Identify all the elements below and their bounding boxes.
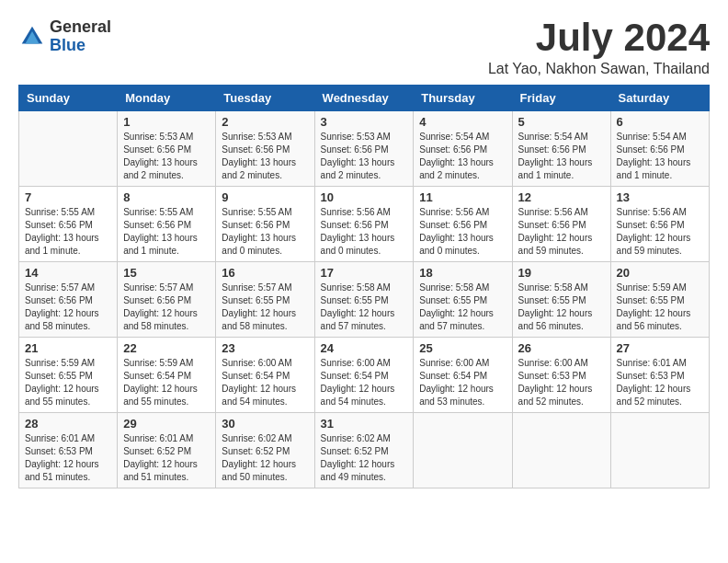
day-info: Sunrise: 5:53 AM Sunset: 6:56 PM Dayligh… — [321, 131, 408, 182]
day-info: Sunrise: 5:56 AM Sunset: 6:56 PM Dayligh… — [419, 206, 506, 258]
calendar-cell: 14Sunrise: 5:57 AM Sunset: 6:56 PM Dayli… — [19, 262, 118, 338]
day-info: Sunrise: 6:01 AM Sunset: 6:53 PM Dayligh… — [25, 432, 111, 484]
calendar-cell: 25Sunrise: 6:00 AM Sunset: 6:54 PM Dayli… — [414, 338, 512, 413]
day-info: Sunrise: 5:57 AM Sunset: 6:55 PM Dayligh… — [222, 282, 308, 333]
month-title: July 2024 — [488, 18, 710, 57]
day-info: Sunrise: 5:56 AM Sunset: 6:56 PM Dayligh… — [518, 206, 605, 258]
day-info: Sunrise: 5:59 AM Sunset: 6:55 PM Dayligh… — [25, 357, 111, 408]
calendar-cell — [610, 413, 709, 488]
day-number: 10 — [321, 190, 408, 204]
day-info: Sunrise: 5:58 AM Sunset: 6:55 PM Dayligh… — [321, 282, 408, 333]
weekday-header: Monday — [118, 86, 216, 111]
calendar-cell: 26Sunrise: 6:00 AM Sunset: 6:53 PM Dayli… — [512, 338, 610, 413]
day-info: Sunrise: 5:56 AM Sunset: 6:56 PM Dayligh… — [617, 206, 703, 258]
calendar-cell: 12Sunrise: 5:56 AM Sunset: 6:56 PM Dayli… — [512, 187, 610, 262]
day-number: 23 — [222, 341, 308, 355]
day-number: 6 — [617, 115, 703, 129]
day-number: 15 — [123, 266, 210, 280]
day-number: 4 — [419, 115, 506, 129]
calendar-cell: 17Sunrise: 5:58 AM Sunset: 6:55 PM Dayli… — [314, 262, 414, 338]
day-number: 21 — [25, 341, 111, 355]
calendar-cell: 19Sunrise: 5:58 AM Sunset: 6:55 PM Dayli… — [512, 262, 610, 338]
day-number: 7 — [25, 190, 111, 204]
page-container: General Blue July 2024 Lat Yao, Nakhon S… — [18, 18, 710, 488]
calendar-cell: 28Sunrise: 6:01 AM Sunset: 6:53 PM Dayli… — [19, 413, 118, 488]
calendar-cell — [414, 413, 512, 488]
calendar-cell — [512, 413, 610, 488]
header: General Blue July 2024 Lat Yao, Nakhon S… — [18, 18, 710, 77]
calendar-cell: 22Sunrise: 5:59 AM Sunset: 6:54 PM Dayli… — [118, 338, 216, 413]
day-number: 30 — [222, 417, 308, 431]
calendar-cell: 27Sunrise: 6:01 AM Sunset: 6:53 PM Dayli… — [610, 338, 709, 413]
calendar-cell: 10Sunrise: 5:56 AM Sunset: 6:56 PM Dayli… — [314, 187, 414, 262]
logo-icon — [18, 23, 46, 51]
day-number: 9 — [222, 190, 308, 204]
day-info: Sunrise: 5:54 AM Sunset: 6:56 PM Dayligh… — [617, 131, 703, 182]
day-number: 12 — [518, 190, 605, 204]
day-info: Sunrise: 5:58 AM Sunset: 6:55 PM Dayligh… — [518, 282, 605, 333]
day-info: Sunrise: 5:53 AM Sunset: 6:56 PM Dayligh… — [123, 131, 210, 182]
calendar-cell: 7Sunrise: 5:55 AM Sunset: 6:56 PM Daylig… — [19, 187, 118, 262]
day-number: 3 — [321, 115, 408, 129]
weekday-header: Friday — [512, 86, 610, 111]
calendar-week-row: 28Sunrise: 6:01 AM Sunset: 6:53 PM Dayli… — [19, 413, 710, 488]
calendar-cell: 9Sunrise: 5:55 AM Sunset: 6:56 PM Daylig… — [216, 187, 314, 262]
day-info: Sunrise: 6:00 AM Sunset: 6:54 PM Dayligh… — [419, 357, 506, 408]
weekday-header: Thursday — [414, 86, 512, 111]
calendar-cell: 31Sunrise: 6:02 AM Sunset: 6:52 PM Dayli… — [314, 413, 414, 488]
calendar-cell: 6Sunrise: 5:54 AM Sunset: 6:56 PM Daylig… — [610, 111, 709, 187]
day-info: Sunrise: 5:54 AM Sunset: 6:56 PM Dayligh… — [518, 131, 605, 182]
day-number: 25 — [419, 341, 506, 355]
calendar-week-row: 7Sunrise: 5:55 AM Sunset: 6:56 PM Daylig… — [19, 187, 710, 262]
day-info: Sunrise: 5:55 AM Sunset: 6:56 PM Dayligh… — [222, 206, 308, 258]
day-info: Sunrise: 6:00 AM Sunset: 6:54 PM Dayligh… — [222, 357, 308, 408]
location-title: Lat Yao, Nakhon Sawan, Thailand — [488, 61, 710, 77]
day-info: Sunrise: 5:54 AM Sunset: 6:56 PM Dayligh… — [419, 131, 506, 182]
calendar-table: SundayMondayTuesdayWednesdayThursdayFrid… — [18, 85, 710, 488]
title-section: July 2024 Lat Yao, Nakhon Sawan, Thailan… — [488, 18, 710, 77]
calendar-cell: 15Sunrise: 5:57 AM Sunset: 6:56 PM Dayli… — [118, 262, 216, 338]
calendar-cell — [19, 111, 118, 187]
day-info: Sunrise: 5:58 AM Sunset: 6:55 PM Dayligh… — [419, 282, 506, 333]
calendar-cell: 24Sunrise: 6:00 AM Sunset: 6:54 PM Dayli… — [314, 338, 414, 413]
calendar-week-row: 1Sunrise: 5:53 AM Sunset: 6:56 PM Daylig… — [19, 111, 710, 187]
calendar-cell: 18Sunrise: 5:58 AM Sunset: 6:55 PM Dayli… — [414, 262, 512, 338]
day-info: Sunrise: 5:56 AM Sunset: 6:56 PM Dayligh… — [321, 206, 408, 258]
day-number: 27 — [617, 341, 703, 355]
day-info: Sunrise: 6:01 AM Sunset: 6:53 PM Dayligh… — [617, 357, 703, 408]
day-info: Sunrise: 6:02 AM Sunset: 6:52 PM Dayligh… — [222, 432, 308, 484]
calendar-cell: 16Sunrise: 5:57 AM Sunset: 6:55 PM Dayli… — [216, 262, 314, 338]
day-number: 16 — [222, 266, 308, 280]
day-number: 19 — [518, 266, 605, 280]
day-info: Sunrise: 5:57 AM Sunset: 6:56 PM Dayligh… — [25, 282, 111, 333]
logo-general-text: General — [50, 18, 111, 37]
calendar-cell: 20Sunrise: 5:59 AM Sunset: 6:55 PM Dayli… — [610, 262, 709, 338]
day-number: 29 — [123, 417, 210, 431]
calendar-cell: 29Sunrise: 6:01 AM Sunset: 6:52 PM Dayli… — [118, 413, 216, 488]
day-info: Sunrise: 5:55 AM Sunset: 6:56 PM Dayligh… — [123, 206, 210, 258]
calendar-cell: 2Sunrise: 5:53 AM Sunset: 6:56 PM Daylig… — [216, 111, 314, 187]
calendar-week-row: 14Sunrise: 5:57 AM Sunset: 6:56 PM Dayli… — [19, 262, 710, 338]
calendar-header-row: SundayMondayTuesdayWednesdayThursdayFrid… — [19, 86, 710, 111]
day-info: Sunrise: 5:55 AM Sunset: 6:56 PM Dayligh… — [25, 206, 111, 258]
calendar-cell: 1Sunrise: 5:53 AM Sunset: 6:56 PM Daylig… — [118, 111, 216, 187]
day-info: Sunrise: 5:59 AM Sunset: 6:54 PM Dayligh… — [123, 357, 210, 408]
day-number: 14 — [25, 266, 111, 280]
weekday-header: Tuesday — [216, 86, 314, 111]
day-number: 28 — [25, 417, 111, 431]
day-number: 24 — [321, 341, 408, 355]
day-info: Sunrise: 6:02 AM Sunset: 6:52 PM Dayligh… — [321, 432, 408, 484]
calendar-cell: 8Sunrise: 5:55 AM Sunset: 6:56 PM Daylig… — [118, 187, 216, 262]
calendar-cell: 13Sunrise: 5:56 AM Sunset: 6:56 PM Dayli… — [610, 187, 709, 262]
day-info: Sunrise: 6:01 AM Sunset: 6:52 PM Dayligh… — [123, 432, 210, 484]
day-info: Sunrise: 5:53 AM Sunset: 6:56 PM Dayligh… — [222, 131, 308, 182]
logo-text: General Blue — [50, 18, 111, 55]
day-number: 11 — [419, 190, 506, 204]
calendar-cell: 30Sunrise: 6:02 AM Sunset: 6:52 PM Dayli… — [216, 413, 314, 488]
day-info: Sunrise: 6:00 AM Sunset: 6:53 PM Dayligh… — [518, 357, 605, 408]
calendar-cell: 3Sunrise: 5:53 AM Sunset: 6:56 PM Daylig… — [314, 111, 414, 187]
day-number: 26 — [518, 341, 605, 355]
day-number: 5 — [518, 115, 605, 129]
day-number: 2 — [222, 115, 308, 129]
calendar-cell: 4Sunrise: 5:54 AM Sunset: 6:56 PM Daylig… — [414, 111, 512, 187]
